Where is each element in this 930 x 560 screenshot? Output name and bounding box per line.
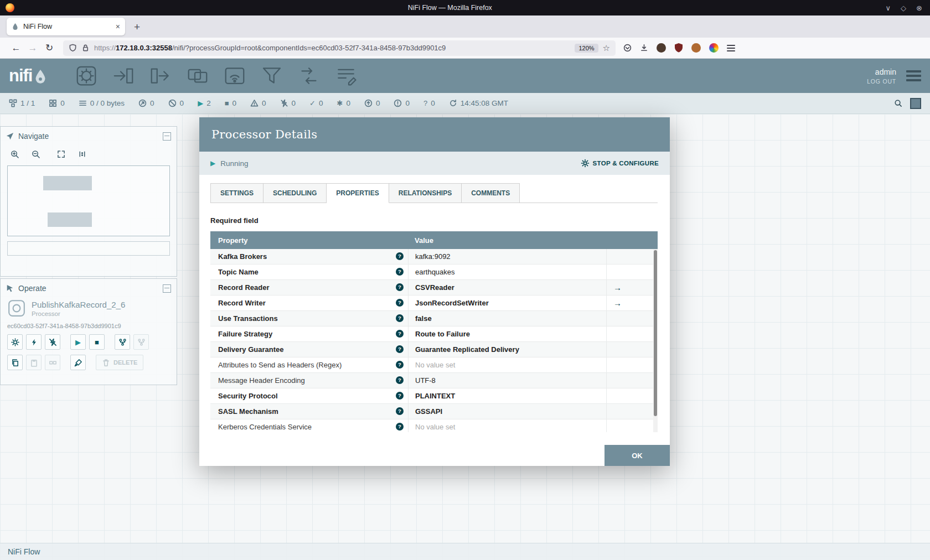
enable-button[interactable] [26, 334, 42, 350]
zoom-out-button[interactable] [28, 147, 43, 161]
browser-menu-icon[interactable] [727, 45, 735, 51]
table-scrollbar[interactable] [653, 249, 658, 432]
tab-scheduling[interactable]: SCHEDULING [264, 183, 327, 203]
tab-settings[interactable]: SETTINGS [210, 183, 264, 203]
run-status-label: Running [220, 159, 248, 168]
help-icon[interactable]: ? [396, 361, 404, 369]
extension-1-icon[interactable] [657, 43, 666, 53]
help-icon[interactable]: ? [396, 299, 404, 307]
property-row[interactable]: SASL Mechanism? GSSAPI [210, 404, 653, 419]
property-row[interactable]: Use Transactions? false [210, 311, 653, 326]
collapse-navigate-icon[interactable] [163, 132, 171, 141]
refresh-icon[interactable] [449, 99, 457, 107]
input-port-tool-icon[interactable] [112, 65, 135, 87]
cluster-status: 1 / 1 [9, 99, 35, 107]
panel-toggle-button[interactable] [910, 98, 921, 109]
help-icon[interactable]: ? [396, 392, 404, 400]
extension-2-icon[interactable] [691, 43, 701, 53]
template-tool-icon[interactable] [298, 65, 320, 87]
copy-button[interactable] [7, 355, 23, 370]
output-port-tool-icon[interactable] [149, 65, 172, 87]
window-minimize-icon[interactable]: ∨ [886, 4, 891, 12]
remote-process-group-tool-icon[interactable] [224, 65, 246, 87]
download-icon[interactable] [640, 44, 648, 52]
nifi-logo: nifi [9, 68, 46, 84]
firefox-logo-icon [6, 3, 14, 12]
help-icon[interactable]: ? [396, 330, 404, 338]
start-button[interactable]: ▶ [70, 334, 86, 350]
label-tool-icon[interactable] [335, 65, 357, 87]
property-row[interactable]: Record Reader? CSVReader → [210, 280, 653, 295]
help-icon[interactable]: ? [396, 268, 404, 276]
lock-icon[interactable] [81, 44, 90, 52]
tab-close-icon[interactable]: × [116, 22, 120, 31]
reload-icon[interactable]: ↻ [41, 42, 58, 54]
nifi-global-menu-icon[interactable] [906, 70, 921, 81]
selected-component-id: ec60cd03-52f7-341a-8458-97b3dd9901c9 [7, 323, 170, 329]
browser-tab[interactable]: NiFi Flow × [7, 18, 125, 35]
stop-configure-gear-icon [581, 159, 590, 168]
zoom-fit-button[interactable] [54, 147, 68, 161]
window-close-icon[interactable]: ⊗ [916, 4, 922, 12]
url-bar[interactable]: https://172.18.0.3:32558/nifi/?processGr… [63, 40, 616, 56]
property-row[interactable]: Delivery Guarantee? Guarantee Replicated… [210, 342, 653, 357]
zoom-indicator[interactable]: 120% [575, 44, 598, 53]
configure-button[interactable] [7, 334, 23, 350]
help-icon[interactable]: ? [396, 423, 404, 431]
tab-properties[interactable]: PROPERTIES [327, 183, 389, 203]
stop-and-configure-button[interactable]: STOP & CONFIGURE [581, 159, 659, 168]
pocket-icon[interactable] [623, 44, 632, 52]
help-icon[interactable]: ? [396, 314, 404, 322]
disable-button[interactable] [45, 334, 60, 350]
property-row[interactable]: Failure Strategy? Route to Failure [210, 326, 653, 342]
zoom-in-button[interactable] [7, 147, 22, 161]
process-group-tool-icon[interactable] [187, 65, 209, 87]
processor-tool-icon[interactable] [75, 65, 97, 87]
ok-button[interactable]: OK [604, 445, 670, 466]
not-transmitting-status: 0 [168, 99, 184, 107]
tracking-shield-icon[interactable] [69, 44, 77, 52]
property-row[interactable]: Kerberos Credentials Service? No value s… [210, 419, 653, 432]
funnel-tool-icon[interactable] [261, 65, 283, 87]
window-maximize-icon[interactable]: ◇ [901, 4, 906, 12]
delete-button: DELETE [96, 355, 143, 370]
help-icon[interactable]: ? [396, 407, 404, 415]
nifi-status-bar: 1 / 1 0 0 / 0 bytes 0 0 ▶ 2 ■ 0 0 0 ✓ 0 … [0, 93, 930, 114]
bookmark-star-icon[interactable]: ☆ [603, 43, 610, 53]
go-to-service-icon[interactable]: → [613, 298, 622, 308]
collapse-operate-icon[interactable] [163, 284, 171, 293]
start-version-control-button[interactable] [115, 334, 130, 350]
search-icon[interactable] [894, 99, 902, 107]
property-row[interactable]: Kafka Brokers? kafka:9092 [210, 249, 653, 265]
logout-link[interactable]: LOG OUT [867, 78, 896, 85]
go-to-service-icon[interactable]: → [613, 283, 622, 292]
fill-color-button[interactable] [70, 355, 86, 370]
nifi-droplet-icon [34, 70, 46, 84]
help-icon[interactable]: ? [396, 376, 404, 384]
birdseye-minimap[interactable] [7, 165, 170, 236]
dialog-header: Processor Details [199, 117, 670, 152]
back-icon[interactable]: ← [8, 43, 24, 54]
tab-relationships[interactable]: RELATIONSHIPS [389, 183, 462, 203]
processor-details-dialog: Processor Details ▶ Running STOP & CONFI… [199, 117, 670, 466]
help-icon[interactable]: ? [396, 345, 404, 353]
breadcrumb[interactable]: NiFi Flow [8, 547, 40, 556]
extension-3-icon[interactable] [709, 43, 719, 53]
tab-comments[interactable]: COMMENTS [462, 183, 520, 203]
property-row[interactable]: Record Writer? JsonRecordSetWriter → [210, 295, 653, 311]
property-row[interactable]: Security Protocol? PLAINTEXT [210, 388, 653, 404]
ublock-extension-icon[interactable] [674, 43, 683, 53]
scrollbar-thumb[interactable] [654, 250, 657, 416]
dialog-body: SETTINGS SCHEDULING PROPERTIES RELATIONS… [199, 175, 670, 474]
url-text[interactable]: https://172.18.0.3:32558/nifi/?processGr… [94, 44, 570, 52]
new-tab-button[interactable]: + [134, 22, 140, 32]
help-icon[interactable]: ? [396, 283, 404, 291]
help-icon[interactable]: ? [396, 252, 404, 260]
property-row[interactable]: Attributes to Send as Headers (Regex)? N… [210, 357, 653, 373]
property-row[interactable]: Topic Name? earthquakes [210, 265, 653, 280]
tab-favicon-icon [12, 23, 19, 30]
property-row[interactable]: Message Header Encoding? UTF-8 [210, 373, 653, 388]
actual-size-button[interactable] [75, 147, 89, 161]
navigate-panel: Navigate [0, 126, 177, 277]
stop-button[interactable]: ■ [89, 334, 105, 350]
